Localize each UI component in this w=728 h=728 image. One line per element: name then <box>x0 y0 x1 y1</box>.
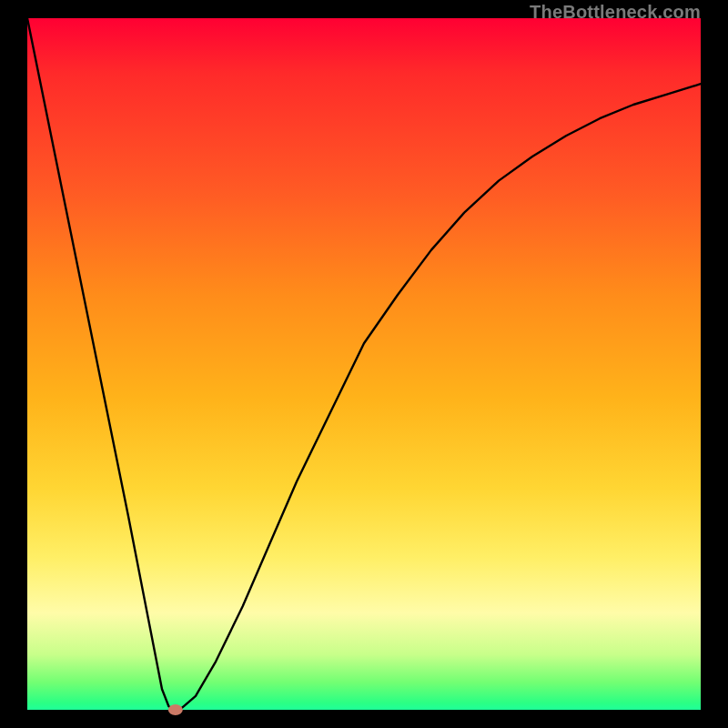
watermark-label: TheBottleneck.com <box>530 2 701 23</box>
optimum-marker-dot <box>168 704 183 715</box>
curve-layer <box>27 18 701 710</box>
bottleneck-curve <box>27 18 701 710</box>
chart-frame: TheBottleneck.com <box>0 0 728 728</box>
